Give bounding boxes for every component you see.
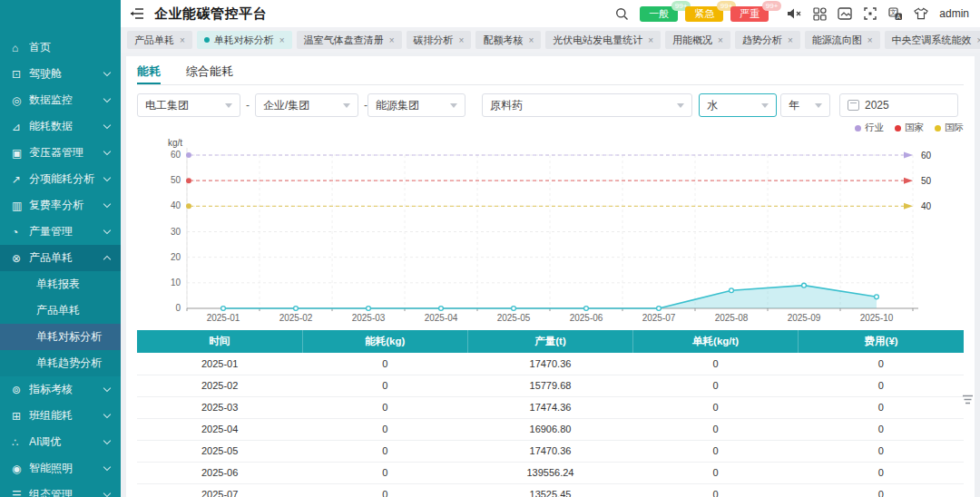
- close-tab-icon[interactable]: ×: [279, 35, 285, 45]
- table-column-filter-icon[interactable]: [962, 394, 974, 405]
- sidebar-item-产量管理[interactable]: ◔产量管理: [0, 219, 121, 245]
- sidebar-item-智能照明[interactable]: ◉智能照明: [0, 455, 121, 482]
- sidebar-item-组态管理[interactable]: ☰组态管理: [0, 482, 121, 497]
- page-tab-中央空调系统能效[interactable]: 中央空调系统能效×: [885, 31, 980, 49]
- table-cell: 0: [302, 418, 467, 440]
- tab-综合能耗[interactable]: 综合能耗: [186, 62, 233, 84]
- search-icon[interactable]: [614, 6, 629, 21]
- alarm-badge-紧急[interactable]: 紧急99+: [685, 6, 723, 22]
- page-tab-单耗对标分析[interactable]: 单耗对标分析×: [197, 31, 292, 49]
- chevron-down-icon: [103, 95, 111, 102]
- sidebar-item-变压器管理[interactable]: ▣变压器管理: [0, 140, 121, 166]
- screenshot-icon[interactable]: [838, 6, 852, 21]
- page-tab-能源流向图[interactable]: 能源流向图×: [805, 31, 880, 49]
- fullscreen-icon[interactable]: [863, 6, 877, 21]
- data-monitor-icon: ◎: [12, 94, 29, 107]
- filter-row: 电工集团-企业/集团-能源集团原料药水年2025: [137, 93, 964, 117]
- sidebar-subitem-单耗趋势分析[interactable]: 单耗趋势分析: [0, 350, 121, 376]
- apps-grid-icon[interactable]: [812, 6, 827, 21]
- table-row[interactable]: 2025-07013525.4500: [137, 483, 964, 497]
- sidebar-subitem-产品单耗[interactable]: 产品单耗: [0, 297, 121, 324]
- translate-icon[interactable]: 文A: [888, 6, 903, 21]
- filter-select-5[interactable]: 水: [699, 93, 777, 117]
- table-row[interactable]: 2025-02015779.6800: [137, 375, 964, 396]
- filter-select-4[interactable]: 原料药: [482, 93, 692, 117]
- table-row[interactable]: 2025-03017474.3600: [137, 396, 964, 418]
- table-row[interactable]: 2025-060139556.2400: [137, 462, 964, 483]
- table-body: 2025-01017470.36002025-02015779.68002025…: [137, 353, 964, 497]
- close-tab-icon[interactable]: ×: [977, 35, 980, 45]
- collapse-menu-icon[interactable]: [130, 7, 144, 20]
- page-tab-光伏电站发电量统计[interactable]: 光伏电站发电量统计×: [545, 31, 661, 49]
- page-tab-用能概况[interactable]: 用能概况×: [665, 31, 730, 49]
- sidebar-item-指标考核[interactable]: ⊚指标考核: [0, 376, 121, 403]
- sidebar-item-驾驶舱[interactable]: ⊡驾驶舱: [0, 61, 121, 87]
- product-consumption-icon: ⊗: [12, 252, 29, 265]
- date-picker[interactable]: 2025: [839, 93, 958, 117]
- sidebar-item-复费率分析[interactable]: ▥复费率分析: [0, 192, 121, 219]
- kpi-assess-icon: ⊚: [12, 384, 29, 396]
- sidebar-item-班组能耗[interactable]: ⊞班组能耗: [0, 403, 121, 429]
- close-tab-icon[interactable]: ×: [788, 35, 793, 45]
- sidebar-item-数据监控[interactable]: ◎数据监控: [0, 87, 121, 113]
- table-row[interactable]: 2025-01017470.3600: [137, 353, 964, 375]
- legend-item-国家[interactable]: 国家: [895, 122, 924, 134]
- close-tab-icon[interactable]: ×: [648, 35, 653, 45]
- svg-text:kg/t: kg/t: [168, 138, 182, 148]
- legend-item-行业[interactable]: 行业: [855, 122, 884, 134]
- chevron-down-icon: [103, 69, 111, 76]
- filter-select-3[interactable]: 能源集团: [368, 93, 466, 117]
- page-tab-碳排分析[interactable]: 碳排分析×: [407, 31, 472, 49]
- close-tab-icon[interactable]: ×: [180, 35, 185, 45]
- filter-value: 年: [789, 98, 799, 113]
- close-tab-icon[interactable]: ×: [528, 35, 534, 45]
- close-tab-icon[interactable]: ×: [718, 35, 723, 45]
- sidebar-item-label: 产品单耗: [29, 250, 104, 266]
- user-name[interactable]: admin: [939, 7, 969, 20]
- page-tab-趋势分析[interactable]: 趋势分析×: [735, 31, 800, 49]
- filter-select-2[interactable]: 企业/集团: [255, 93, 358, 117]
- table-cell: 17470.36: [467, 353, 632, 375]
- page-tab-产品单耗[interactable]: 产品单耗×: [127, 31, 192, 49]
- filter-select-1[interactable]: 电工集团: [137, 93, 240, 117]
- svg-text:2025-05: 2025-05: [497, 313, 531, 321]
- sidebar-item-label: 变压器管理: [29, 145, 104, 161]
- page-tab-配额考核[interactable]: 配额考核×: [475, 31, 541, 49]
- sidebar-item-首页[interactable]: ⌂首页: [0, 34, 121, 61]
- table-cell: 0: [633, 353, 799, 375]
- chevron-down-icon: [815, 103, 822, 108]
- sidebar-item-AI调优[interactable]: ∴AI调优: [0, 429, 121, 455]
- page-tab-label: 产品单耗: [134, 34, 174, 47]
- alarm-badge-一般[interactable]: 一般99+: [640, 6, 678, 22]
- chart-svg: kg/t01020304050602025-012025-022025-0320…: [137, 135, 964, 321]
- theme-shirt-icon[interactable]: [914, 6, 928, 21]
- volume-mute-icon[interactable]: [787, 6, 801, 21]
- legend-item-国际[interactable]: 国际: [935, 122, 964, 134]
- page-tab-label: 配额考核: [483, 34, 523, 47]
- filter-select-6[interactable]: 年: [780, 93, 830, 117]
- page-tab-温室气体盘查清册[interactable]: 温室气体盘查清册×: [297, 31, 402, 49]
- content-tabs: 能耗综合能耗: [137, 62, 964, 85]
- sidebar-item-分项能耗分析[interactable]: ↗分项能耗分析: [0, 166, 121, 192]
- page-tab-label: 中央空调系统能效: [892, 34, 972, 47]
- ai-tuning-icon: ∴: [12, 436, 29, 449]
- close-tab-icon[interactable]: ×: [389, 35, 395, 45]
- transformer-icon: ▣: [12, 147, 29, 160]
- home-icon: ⌂: [12, 42, 29, 54]
- svg-text:2025-07: 2025-07: [642, 313, 676, 321]
- svg-text:20: 20: [171, 252, 181, 262]
- alarm-badge-严重[interactable]: 严重99+: [730, 6, 769, 22]
- sidebar-subitem-单耗对标分析[interactable]: 单耗对标分析: [0, 324, 121, 350]
- table-cell: 0: [302, 353, 467, 375]
- close-tab-icon[interactable]: ×: [459, 35, 465, 45]
- sidebar-item-能耗数据[interactable]: ⊿能耗数据: [0, 113, 121, 140]
- filter-value: 电工集团: [145, 98, 189, 113]
- close-tab-icon[interactable]: ×: [867, 35, 873, 45]
- table-row[interactable]: 2025-05017470.3600: [137, 440, 964, 462]
- table-row[interactable]: 2025-04016906.8000: [137, 418, 964, 440]
- filter-separator: -: [246, 99, 250, 112]
- filter-value: 企业/集团: [263, 98, 309, 113]
- sidebar-item-产品单耗[interactable]: ⊗产品单耗: [0, 245, 121, 271]
- tab-能耗[interactable]: 能耗: [137, 62, 161, 84]
- sidebar-subitem-单耗报表[interactable]: 单耗报表: [0, 271, 121, 297]
